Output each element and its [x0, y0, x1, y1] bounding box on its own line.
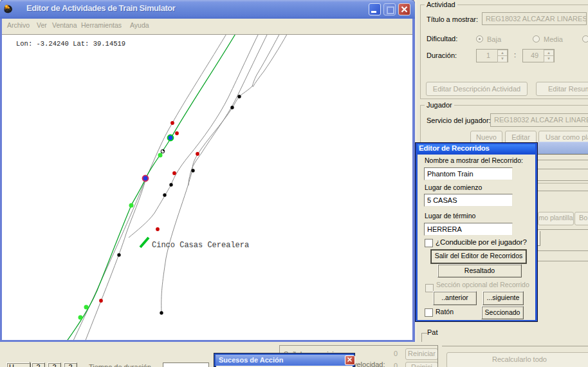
svg-text:Cinco Casas Cerealera: Cinco Casas Cerealera	[152, 241, 249, 250]
svg-text:Lon: -3.24240 Lat: 39.14519: Lon: -3.24240 Lat: 39.14519	[16, 40, 125, 48]
